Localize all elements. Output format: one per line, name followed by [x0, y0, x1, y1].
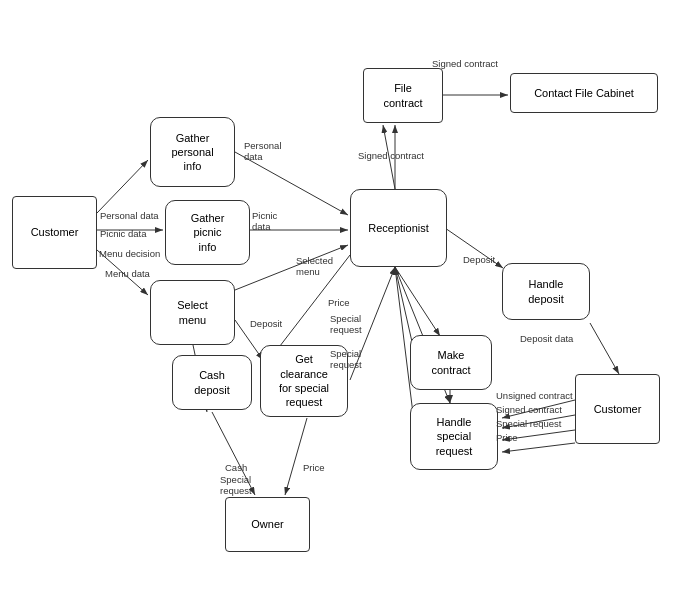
svg-line-24 [502, 443, 575, 452]
get-clearance-label: Getclearancefor specialrequest [279, 352, 329, 409]
select-menu-node: Selectmenu [150, 280, 235, 345]
label-menu-decision: Menu decision [99, 248, 160, 259]
label-price2: Price [496, 432, 518, 443]
svg-line-20 [590, 323, 619, 374]
label-signed-contract2: Signed contract [432, 58, 498, 69]
label-special-req3: Special request [496, 418, 561, 429]
contact-file-label: Contact File Cabinet [534, 86, 634, 100]
gather-personal-label: Gatherpersonalinfo [171, 131, 213, 174]
label-signed-contract1: Signed contract [358, 150, 424, 161]
label-unsigned-contract: Unsigned contract [496, 390, 573, 401]
label-price3: Price [303, 462, 325, 473]
label-deposit1: Deposit [463, 254, 495, 265]
handle-deposit-label: Handledeposit [528, 277, 563, 306]
gather-picnic-node: Gatherpicnicinfo [165, 200, 250, 265]
make-contract-node: Makecontract [410, 335, 492, 390]
svg-line-17 [285, 418, 307, 495]
label-signed-contract3: Signed contract [496, 404, 562, 415]
label-selected-menu: Selectedmenu [296, 255, 333, 277]
receptionist-node: Receptionist [350, 189, 447, 267]
label-special-req2: Specialrequest [330, 348, 362, 370]
label-menu-data: Menu data [105, 268, 150, 279]
customer-right-label: Customer [594, 402, 642, 416]
handle-deposit-node: Handledeposit [502, 263, 590, 320]
diagram-container: Customer Gatherpersonalinfo Gatherpicnic… [0, 0, 674, 610]
label-special-req4: Specialrequest [220, 474, 252, 496]
customer-right-node: Customer [575, 374, 660, 444]
customer-left-node: Customer [12, 196, 97, 269]
label-cash: Cash [225, 462, 247, 473]
owner-node: Owner [225, 497, 310, 552]
file-contract-node: Filecontract [363, 68, 443, 123]
label-personal-data: Personal data [100, 210, 159, 221]
cash-deposit-label: Cashdeposit [194, 368, 229, 397]
handle-special-label: Handlespecialrequest [436, 415, 473, 458]
contact-file-node: Contact File Cabinet [510, 73, 658, 113]
owner-label: Owner [251, 517, 283, 531]
select-menu-label: Selectmenu [177, 298, 208, 327]
label-deposit2: Deposit [250, 318, 282, 329]
label-picnic-data2: Picnicdata [252, 210, 277, 232]
label-special-req1: Specialrequest [330, 313, 362, 335]
customer-left-label: Customer [31, 225, 79, 239]
file-contract-label: Filecontract [383, 81, 422, 110]
make-contract-label: Makecontract [431, 348, 470, 377]
svg-line-2 [97, 160, 148, 213]
label-price1: Price [328, 297, 350, 308]
handle-special-node: Handlespecialrequest [410, 403, 498, 470]
label-personal-data2: Personaldata [244, 140, 282, 162]
label-deposit-data: Deposit data [520, 333, 573, 344]
cash-deposit-node: Cashdeposit [172, 355, 252, 410]
label-picnic-data: Picnic data [100, 228, 146, 239]
receptionist-label: Receptionist [368, 221, 429, 235]
gather-picnic-label: Gatherpicnicinfo [191, 211, 225, 254]
gather-personal-node: Gatherpersonalinfo [150, 117, 235, 187]
